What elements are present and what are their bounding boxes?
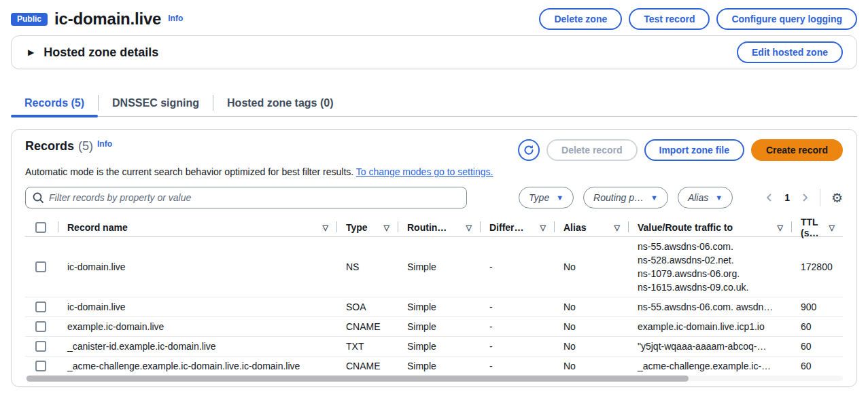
routing-policy-filter-dropdown[interactable]: Routing p… ▼ [583,187,668,208]
hosted-zone-details-title: Hosted zone details [44,45,158,60]
alias-cell: No [554,259,628,275]
vertical-divider [820,189,820,206]
sort-icon[interactable]: ▽ [614,223,620,232]
table-row: _canister-id.example.ic-domain.live TXT … [25,336,843,356]
column-header-ttl[interactable]: TTL (s… ▽ [791,217,843,238]
ttl-cell: 900 [791,299,843,315]
test-record-button[interactable]: Test record [629,8,710,30]
route53-hosted-zone-page: Public ic-domain.live Info Delete zone T… [0,0,868,402]
scrollbar-thumb[interactable] [27,376,689,382]
edit-hosted-zone-button[interactable]: Edit hosted zone [737,41,843,63]
ttl-cell: 60 [791,358,843,374]
ttl-cell: 172800 [791,259,843,275]
chevron-down-icon: ▼ [650,194,658,202]
alias-filter-dropdown[interactable]: Alias ▼ [678,187,733,208]
record-type-cell: TXT [336,338,398,354]
sort-icon[interactable]: ▽ [323,223,328,232]
select-all-checkbox[interactable] [35,222,46,233]
configure-query-logging-button[interactable]: Configure query logging [716,8,857,30]
differentiator-cell: - [480,318,554,335]
records-info-link[interactable]: Info [97,139,112,149]
records-table: Record name ▽ Type ▽ Routin… ▽ Differ… ▽… [25,217,843,376]
filter-records-input[interactable] [25,187,467,208]
column-header-value[interactable]: Value/Route traffic to ▽ [628,217,791,238]
table-row: example.ic-domain.live CNAME Simple - No… [25,316,843,336]
create-record-button[interactable]: Create record [751,139,843,161]
row-select-cell [25,259,58,275]
differentiator-cell: - [480,299,554,315]
public-badge: Public [11,13,48,26]
change-modes-settings-link[interactable]: To change modes go to settings. [356,166,493,177]
row-checkbox[interactable] [35,361,46,371]
type-filter-label: Type [529,192,549,203]
tab-dnssec-label: DNSSEC signing [112,97,199,109]
delete-record-button[interactable]: Delete record [546,139,637,161]
chevron-down-icon: ▼ [556,194,563,202]
records-title-wrap: Records (5) Info [25,139,112,153]
records-title: Records [25,139,74,153]
ttl-cell: 60 [791,338,843,354]
horizontal-scrollbar[interactable] [25,376,843,381]
row-checkbox[interactable] [35,261,46,272]
routing-policy-cell: Simple [398,358,480,374]
sort-icon[interactable]: ▽ [778,223,783,232]
column-label: Type [346,222,368,233]
row-select-cell [25,318,58,335]
column-header-differentiator[interactable]: Differ… ▽ [480,217,554,238]
record-name-cell: _acme-challenge.example.ic-domain.live.i… [58,358,336,374]
column-header-alias[interactable]: Alias ▽ [554,217,628,238]
row-checkbox[interactable] [35,302,46,312]
ttl-cell: 60 [791,318,843,335]
alias-cell: No [554,358,628,374]
row-checkbox[interactable] [35,321,46,332]
chevron-right-icon[interactable] [801,194,809,202]
tab-records-label: Records (5) [24,97,84,109]
tab-records[interactable]: Records (5) [11,90,98,116]
routing-policy-cell: Simple [398,318,480,335]
sort-icon[interactable]: ▽ [384,223,389,232]
select-all-cell [25,217,58,238]
differentiator-cell: - [480,338,554,354]
routing-policy-filter-label: Routing p… [593,192,644,203]
record-value-cell: ns-55.awsdns-06.com. awsdn… [628,297,791,316]
column-header-record-name[interactable]: Record name ▽ [58,217,336,238]
record-type-cell: NS [336,259,398,275]
row-checkbox[interactable] [35,341,46,352]
chevron-left-icon[interactable] [765,194,774,202]
tab-hosted-zone-tags[interactable]: Hosted zone tags (0) [213,90,347,116]
record-value-cell: "y5jqt-wqaaa-aaaam-abcoq-… [628,337,791,356]
tab-bar: Records (5) DNSSEC signing Hosted zone t… [11,90,857,117]
tab-dnssec-signing[interactable]: DNSSEC signing [99,90,213,116]
gear-icon[interactable]: ⚙ [831,191,843,204]
sort-icon[interactable]: ▽ [829,223,835,232]
hosted-zone-details-expander[interactable]: ▶ Hosted zone details [28,45,158,60]
records-panel: Records (5) Info Delete record Import zo… [11,129,857,387]
column-header-type[interactable]: Type ▽ [336,217,398,238]
search-box [25,187,467,208]
records-description-text: Automatic mode is the current search beh… [25,166,353,177]
import-zone-file-button[interactable]: Import zone file [644,139,744,161]
type-filter-dropdown[interactable]: Type ▼ [519,187,574,208]
record-type-cell: CNAME [336,358,398,374]
header-actions: Delete zone Test record Configure query … [539,8,857,30]
column-label: Record name [67,222,128,233]
delete-zone-button[interactable]: Delete zone [539,8,622,30]
search-icon [32,191,44,204]
column-label: Differ… [489,222,524,233]
routing-policy-cell: Simple [398,259,480,275]
alias-filter-label: Alias [688,192,708,203]
record-name-cell: ic-domain.live [58,299,336,315]
pagination: 1 [765,192,809,203]
record-type-cell: CNAME [336,318,398,335]
sort-icon[interactable]: ▽ [540,223,546,232]
page-header: Public ic-domain.live Info Delete zone T… [0,0,868,30]
refresh-icon [523,145,534,156]
alias-cell: No [554,338,628,354]
sort-icon[interactable]: ▽ [466,223,472,232]
current-page-number[interactable]: 1 [784,192,790,203]
column-header-routing-policy[interactable]: Routin… ▽ [398,217,480,238]
expand-caret-icon[interactable]: ▶ [28,48,34,57]
column-label: Value/Route traffic to [638,222,733,233]
refresh-button[interactable] [518,139,540,161]
title-info-link[interactable]: Info [168,14,183,23]
